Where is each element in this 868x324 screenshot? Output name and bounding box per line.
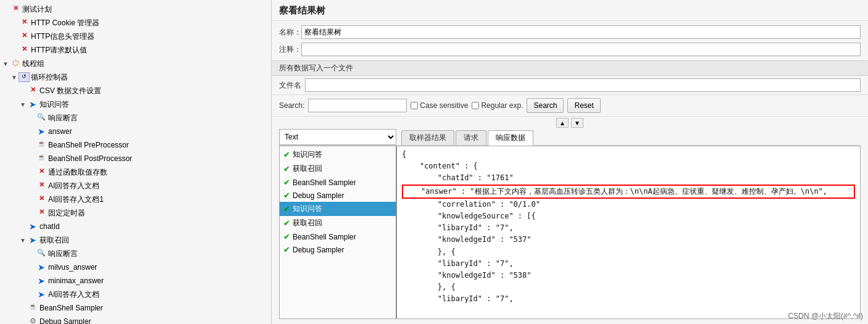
- content-tree-label: 知识问答: [293, 204, 322, 214]
- tree-label: 响应断言: [48, 113, 78, 123]
- json-line-7: "knowledgeId" : "537": [402, 234, 855, 246]
- tab-sampler-result[interactable]: 取样器结果: [401, 130, 454, 145]
- blue-arrow-icon: ➤: [27, 222, 38, 231]
- search-input[interactable]: [308, 99, 407, 112]
- tree-item-test-plan[interactable]: ✕ 测试计划: [0, 2, 271, 16]
- comment-input[interactable]: [301, 43, 861, 56]
- section-all-data: 所有数据写入一个文件: [272, 60, 868, 76]
- tree-label: BeanShell PostProcessor: [48, 154, 132, 163]
- content-tree-item-get-recall[interactable]: ✔ 获取召回: [280, 162, 396, 176]
- tree-label: 线程组: [22, 59, 44, 69]
- tree-item-http-defaults[interactable]: ✕ HTTP请求默认值: [0, 43, 271, 57]
- json-line-1: "content" : {: [402, 160, 855, 172]
- form-section: 名称： 注释：: [272, 21, 868, 60]
- json-line-11: }, {: [402, 281, 855, 293]
- gear-icon: ⚙: [27, 317, 38, 324]
- json-area[interactable]: { "content" : { "chatId" : "1761" "answe…: [397, 146, 860, 318]
- json-line-9: "libaryId" : "7",: [402, 258, 855, 270]
- search-icon: 🔍: [36, 249, 47, 259]
- json-line-5: "knowledgeSource" : [{: [402, 210, 855, 222]
- tree-label: 测试计划: [22, 4, 52, 15]
- check-icon: ✔: [283, 178, 290, 187]
- arrow-down-button[interactable]: ▼: [571, 118, 583, 128]
- tree-item-fixed-timer[interactable]: ✕ 固定定时器: [0, 206, 271, 220]
- tree-item-chatid[interactable]: ➤ chatId: [0, 220, 271, 233]
- search-button[interactable]: Search: [527, 98, 564, 113]
- tree-item-ai-save2[interactable]: ✕ AI回答存入文档1: [0, 193, 271, 206]
- regular-exp-checkbox-label[interactable]: Regular exp.: [472, 101, 523, 110]
- tree-item-response1[interactable]: 🔍 响应断言: [0, 111, 271, 125]
- blue-arrow-icon: ➤: [36, 289, 47, 299]
- tree-item-zhishi[interactable]: ▼ ➤ 知识问答: [0, 98, 271, 111]
- name-input[interactable]: [301, 25, 861, 39]
- file-row: 文件名: [272, 76, 868, 94]
- tree-label: minimax_answer: [48, 276, 104, 285]
- reset-button[interactable]: Reset: [567, 98, 600, 113]
- check-icon: ✔: [283, 204, 290, 214]
- arrow-up-button[interactable]: ▲: [556, 118, 569, 128]
- case-sensitive-checkbox-label[interactable]: Case sensitive: [411, 101, 468, 110]
- content-tree-item-beanshell2[interactable]: ✔ BeanShell Sampler: [280, 230, 396, 243]
- tree-label: 知识问答: [40, 99, 69, 110]
- content-tree-item-zhishi2[interactable]: ✔ 知识问答: [280, 202, 396, 216]
- tree-item-http-header[interactable]: ✕ HTTP信息头管理器: [0, 30, 271, 43]
- content-tree-item-get-recall2[interactable]: ✔ 获取召回: [280, 216, 396, 230]
- content-tree: ✔ 知识问答 ✔ 获取召回 ✔ BeanShell Sampler ✔ Debu…: [280, 146, 397, 318]
- tree-item-beanshell-post[interactable]: ☕ BeanShell PostProcessor: [0, 152, 271, 165]
- search-label: Search:: [279, 101, 304, 110]
- name-label: 名称：: [279, 27, 301, 38]
- tree-item-thread-group[interactable]: ▼ ⬡ 线程组: [0, 57, 271, 70]
- content-tree-item-beanshell[interactable]: ✔ BeanShell Sampler: [280, 176, 396, 189]
- check-icon: ✔: [283, 164, 290, 173]
- tab-request[interactable]: 请求: [456, 130, 486, 145]
- tree-label: HTTP信息头管理器: [31, 31, 94, 42]
- content-tree-item-zhishi1[interactable]: ✔ 知识问答: [280, 147, 396, 162]
- tree-item-beanshell-pre[interactable]: ☕ BeanShell PreProcessor: [0, 138, 271, 152]
- panel-title: 察看结果树: [272, 0, 868, 21]
- x-icon: ✕: [36, 181, 47, 191]
- tree-item-tongguo[interactable]: ✕ 通过函数取值存数: [0, 165, 271, 179]
- tabs-row: 取样器结果 请求 响应数据: [396, 129, 861, 145]
- tree-item-beanshell2[interactable]: ☕ BeanShell Sampler: [0, 301, 271, 315]
- bottom-section: Text RegExp Tester CSS/JQuery Tester XPa…: [272, 129, 868, 324]
- x-icon: ✕: [27, 86, 38, 96]
- loop-icon: ↺: [19, 72, 30, 82]
- blue-arrow-icon: ➤: [36, 262, 47, 272]
- tree-item-minimax[interactable]: ➤ minimax_answer: [0, 274, 271, 288]
- file-input[interactable]: [305, 78, 861, 92]
- tree-item-milvus[interactable]: ➤ milvus_answer: [0, 260, 271, 274]
- tree-label: HTTP请求默认值: [31, 45, 87, 56]
- tree-item-answer[interactable]: ➤ answer: [0, 125, 271, 138]
- check-icon: ✔: [283, 218, 290, 228]
- content-tree-label: 知识问答: [293, 149, 322, 160]
- tree-label: CSV 数据文件设置: [40, 86, 101, 96]
- case-sensitive-checkbox[interactable]: [411, 102, 418, 109]
- tree-label: AI回答存入文档: [48, 289, 99, 300]
- x-icon: ✕: [36, 194, 47, 204]
- json-line-highlighted: "answer" : "根据上下文内容，基层高血压转诊五类人群为：\n\nA起病…: [402, 185, 855, 199]
- tab-response-data[interactable]: 响应数据: [488, 130, 533, 146]
- right-panel: 察看结果树 名称： 注释： 所有数据写入一个文件 文件名 Search: Cas…: [272, 0, 868, 324]
- check-icon: ✔: [283, 245, 290, 254]
- content-tree-label: 获取召回: [293, 164, 322, 174]
- search-icon: 🔍: [36, 113, 47, 123]
- tree-label: answer: [48, 127, 72, 136]
- format-dropdown[interactable]: Text RegExp Tester CSS/JQuery Tester XPa…: [279, 129, 396, 145]
- check-icon: ✔: [283, 191, 290, 200]
- x-icon: ✕: [19, 18, 30, 28]
- tree-label: Debug Sampler: [40, 317, 91, 324]
- content-tree-item-debug2[interactable]: ✔ Debug Sampler: [280, 243, 396, 256]
- bean-icon: ☕: [36, 140, 47, 150]
- tree-item-ai-save1[interactable]: ✕ AI回答存入文档: [0, 179, 271, 193]
- content-tree-item-debug[interactable]: ✔ Debug Sampler: [280, 189, 396, 202]
- tree-item-loop[interactable]: ▼ ↺ 循环控制器: [0, 70, 271, 84]
- bean-icon: ☕: [27, 303, 38, 313]
- tree-item-http-cookie[interactable]: ✕ HTTP Cookie 管理器: [0, 16, 271, 30]
- tree-item-get-recall[interactable]: ▼ ➤ 获取召回: [0, 233, 271, 247]
- json-line-4: "correlation" : "0/1.0": [402, 199, 855, 210]
- tree-item-response2[interactable]: 🔍 响应断言: [0, 247, 271, 260]
- tree-item-ai-save3[interactable]: ➤ AI回答存入文档: [0, 288, 271, 301]
- tree-item-csv[interactable]: ✕ CSV 数据文件设置: [0, 84, 271, 98]
- tree-item-debug2[interactable]: ⚙ Debug Sampler: [0, 315, 271, 324]
- regular-exp-checkbox[interactable]: [472, 102, 479, 109]
